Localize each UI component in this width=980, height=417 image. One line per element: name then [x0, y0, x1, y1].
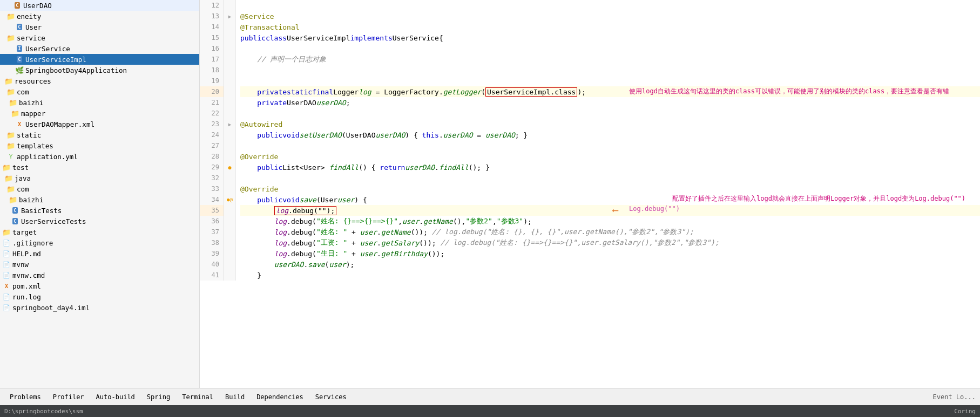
breakpoint-icon: ●	[228, 165, 231, 170]
gutter-cell-17	[224, 54, 235, 65]
gutter-cell-27	[224, 140, 235, 151]
gutter-cell-32	[224, 173, 235, 183]
bottom-tab-terminal[interactable]: Terminal	[177, 391, 219, 403]
line-number-18: 18	[200, 65, 224, 76]
gutter-cell-22	[224, 108, 235, 119]
sidebar-item-eneity[interactable]: 📁eneity	[0, 11, 199, 22]
bottom-tab-problems[interactable]: Problems	[4, 391, 46, 403]
bottom-tab-profiler[interactable]: Profiler	[48, 391, 90, 403]
line-number-15: 15	[200, 32, 224, 43]
sidebar-item-pomxml[interactable]: Xpom.xml	[0, 281, 199, 291]
sidebar-item-userDAO[interactable]: CUserDAO	[0, 0, 199, 11]
file-icon: 📄	[2, 260, 11, 269]
sidebar-item-service[interactable]: 📁service	[0, 32, 199, 43]
gutter-cell-38	[224, 237, 235, 248]
gutter-cell-13: ▶	[224, 11, 235, 22]
bottom-tab-spring[interactable]: Spring	[141, 391, 175, 403]
code-line-29: public List<User> findAll() { return use…	[240, 162, 980, 173]
gutter-cell-37	[224, 227, 235, 237]
sidebar-item-userService[interactable]: IUserService	[0, 43, 199, 54]
line-number-12: 12	[200, 0, 224, 11]
sidebar-item-label: com	[17, 88, 197, 96]
status-right: Coring	[954, 408, 976, 415]
sidebar-item-label: mvnw	[12, 261, 197, 269]
sidebar-item-gitignore[interactable]: 📄.gitignore	[0, 237, 199, 248]
sidebar[interactable]: CUserDAO📁eneityCUser📁serviceIUserService…	[0, 0, 200, 388]
bottom-tab-autobuild[interactable]: Auto-build	[91, 391, 140, 403]
sidebar-item-target[interactable]: 📁target	[0, 227, 199, 237]
sidebar-item-java2[interactable]: 📁java	[0, 173, 199, 183]
line-number-22: 22	[200, 108, 224, 119]
sidebar-item-label: mvnw.cmd	[12, 271, 197, 279]
bottom-tab-dependencies[interactable]: Dependencies	[251, 391, 309, 403]
code-line-13: @Service	[240, 11, 980, 22]
sidebar-item-user[interactable]: CUser	[0, 22, 199, 32]
sidebar-item-label: pom.xml	[12, 282, 197, 290]
sidebar-item-applicationYml[interactable]: Yapplication.yml	[0, 151, 199, 162]
file-icon: C	[13, 1, 22, 10]
code-editor[interactable]: 1213141516171819202122232427282932333435…	[200, 0, 980, 388]
gutter-cell-14	[224, 22, 235, 32]
sidebar-item-userDAOMapper[interactable]: XUserDAOMapper.xml	[0, 119, 199, 129]
line-number-32: 32	[200, 173, 224, 183]
sidebar-item-userServiceTests[interactable]: CUserServiceTests	[0, 216, 199, 227]
line-number-36: 36	[200, 216, 224, 227]
sidebar-item-label: java	[15, 174, 197, 182]
sidebar-item-com2[interactable]: 📁com	[0, 86, 199, 97]
sidebar-item-com3[interactable]: 📁com	[0, 183, 199, 194]
sidebar-item-resources[interactable]: 📁resources	[0, 76, 199, 86]
sidebar-item-baizhi3[interactable]: 📁baizhi	[0, 194, 199, 205]
bottom-tab-build[interactable]: Build	[220, 391, 250, 403]
sidebar-item-label: test	[12, 163, 197, 172]
sidebar-item-templates[interactable]: 📁templates	[0, 140, 199, 151]
event-log-label[interactable]: Event Lo...	[933, 393, 976, 401]
line-number-27: 27	[200, 140, 224, 151]
sidebar-item-mapper2[interactable]: 📁mapper	[0, 108, 199, 119]
sidebar-item-mvnw[interactable]: 📄mvnw	[0, 259, 199, 270]
sidebar-item-basicTests[interactable]: CBasicTests	[0, 205, 199, 216]
line-number-14: 14	[200, 22, 224, 32]
file-icon: 📄	[2, 292, 11, 301]
sidebar-item-baizhi2[interactable]: 📁baizhi	[0, 97, 199, 108]
line-number-34: 34	[200, 194, 224, 205]
sidebar-item-userServiceImpl[interactable]: CUserServiceImpl	[0, 54, 199, 65]
line-number-33: 33	[200, 183, 224, 194]
sidebar-item-runlog[interactable]: 📄run.log	[0, 291, 199, 302]
sidebar-item-static[interactable]: 📁static	[0, 129, 199, 140]
sidebar-item-label: BasicTests	[21, 207, 197, 215]
code-line-36: log.debug("姓名: {}==>{}==>{}",user.getNam…	[240, 216, 980, 227]
line-number-16: 16	[200, 43, 224, 54]
line-number-37: 37	[200, 227, 224, 237]
file-icon: 📄	[2, 238, 11, 247]
bottom-tab-services[interactable]: Services	[310, 391, 352, 403]
line-number-28: 28	[200, 151, 224, 162]
code-line-19	[240, 76, 980, 86]
fold-icon[interactable]: ▶	[228, 121, 231, 127]
sidebar-item-springbootDay4App[interactable]: 🌿SpringbootDay4Application	[0, 65, 199, 76]
gutter-cell-34: ●@	[224, 194, 235, 205]
file-icon: C	[11, 206, 19, 215]
fold-icon[interactable]: ▶	[228, 13, 231, 19]
file-icon: 📁	[6, 87, 15, 96]
gutter-icons: ●@	[227, 197, 233, 202]
line-number-17: 17	[200, 54, 224, 65]
sidebar-item-label: baizhi	[19, 196, 197, 204]
sidebar-item-mvnwcmd[interactable]: 📄mvnw.cmd	[0, 270, 199, 281]
gutter-cell-21	[224, 97, 235, 108]
sidebar-item-springbootIml[interactable]: 📄springboot_day4.iml	[0, 302, 199, 313]
file-icon: 📁	[6, 141, 15, 150]
file-icon: 📁	[4, 174, 13, 182]
bottom-bar: ProblemsProfilerAuto-buildSpringTerminal…	[0, 388, 980, 405]
sidebar-item-label: User	[25, 23, 197, 31]
gutter-cell-33	[224, 183, 235, 194]
code-line-38: log.debug("工资: " + user.getSalary()); //…	[240, 237, 980, 248]
code-line-22	[240, 108, 980, 119]
sidebar-item-test[interactable]: 📁test	[0, 162, 199, 173]
file-icon: X	[2, 282, 11, 290]
sidebar-item-helpmd[interactable]: 📄HELP.md	[0, 248, 199, 259]
code-line-35: log.debug("");⟵Log.debug("")	[240, 205, 980, 216]
code-line-14: @Transactional	[240, 22, 980, 32]
sidebar-item-label: .gitignore	[12, 239, 197, 247]
code-line-18	[240, 65, 980, 76]
sidebar-item-label: UserService	[25, 45, 197, 53]
